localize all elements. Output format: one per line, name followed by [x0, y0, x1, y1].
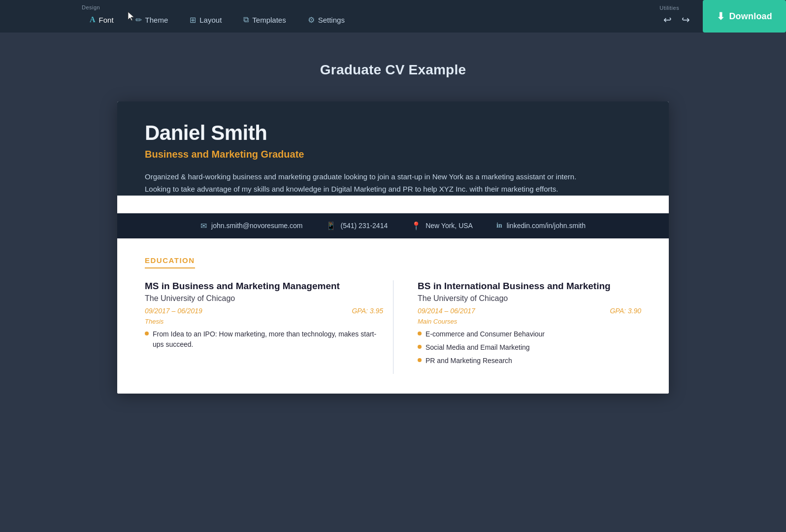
download-icon: ⬇ [717, 10, 725, 22]
cv-header: Daniel Smith Business and Marketing Grad… [117, 101, 669, 196]
util-buttons: ↩ ↪ [659, 12, 694, 28]
utilities-label: Utilities [659, 5, 694, 11]
nav-item-layout-label: Layout [199, 16, 222, 24]
cv-location-text: New York, USA [426, 222, 473, 230]
cv-contact-linkedin: in linkedin.com/in/john.smith [496, 222, 586, 230]
cv-linkedin-text: linkedin.com/in/john.smith [507, 222, 586, 230]
edu-bullet-0-0: From Idea to an IPO: How marketing, more… [145, 329, 383, 350]
edu-bullet-text-1-2: PR and Marketing Research [426, 356, 512, 366]
design-group: Design A Font ✏ Theme ⊞ Layout ⧉ Templat… [79, 4, 356, 29]
edu-school-0: The University of Chicago [145, 294, 383, 303]
cv-phone-text: (541) 231-2414 [340, 222, 388, 230]
design-label: Design [82, 4, 356, 10]
main-area: Graduate CV Example Daniel Smith Busines… [0, 33, 786, 413]
nav-item-templates-label: Templates [252, 16, 286, 24]
cv-job-title: Business and Marketing Graduate [145, 149, 641, 160]
edu-bullet-text-1-0: E-commerce and Consumer Behaviour [426, 329, 545, 339]
edu-degree-1: BS in International Business and Marketi… [418, 280, 641, 292]
settings-icon: ⚙ [308, 15, 315, 25]
undo-button[interactable]: ↩ [659, 12, 676, 28]
edu-bullet-1-2: PR and Marketing Research [418, 356, 641, 366]
cv-body: EDUCATION MS in Business and Marketing M… [117, 238, 669, 394]
page-title: Graduate CV Example [320, 62, 466, 78]
location-icon: 📍 [411, 221, 421, 231]
download-label: Download [729, 11, 772, 22]
edu-gpa-1: GPA: 3.90 [610, 307, 641, 315]
download-button[interactable]: ⬇ Download [703, 0, 786, 33]
nav-items: A Font ✏ Theme ⊞ Layout ⧉ Templates ⚙ Se… [79, 11, 356, 29]
edu-bullet-text-0-0: From Idea to an IPO: How marketing, more… [153, 329, 383, 350]
topbar: Design A Font ✏ Theme ⊞ Layout ⧉ Templat… [0, 0, 786, 33]
cv-summary: Organized & hard-working business and ma… [145, 171, 598, 196]
cv-email-text: john.smith@novoresume.com [211, 222, 302, 230]
utilities-group: Utilities ↩ ↪ [659, 5, 694, 28]
cv-contact-location: 📍 New York, USA [411, 221, 473, 231]
education-section-title: EDUCATION [145, 256, 195, 268]
cv-contact-bar: ✉ john.smith@novoresume.com 📱 (541) 231-… [117, 213, 669, 238]
nav-item-layout[interactable]: ⊞ Layout [179, 11, 232, 29]
edu-dates-text-0: 09/2017 – 06/2019 [145, 307, 202, 315]
edu-sub-label-0: Thesis [145, 318, 383, 325]
edu-bullet-1-0: E-commerce and Consumer Behaviour [418, 329, 641, 339]
edu-dates-text-1: 09/2014 – 06/2017 [418, 307, 475, 315]
bullet-dot [418, 345, 422, 349]
edu-dates-0: 09/2017 – 06/2019 GPA: 3.95 [145, 307, 383, 315]
cv-name: Daniel Smith [145, 121, 641, 145]
vertical-divider [393, 280, 393, 374]
cv-contact-phone: 📱 (541) 231-2414 [326, 221, 388, 231]
email-icon: ✉ [200, 221, 207, 231]
education-item-1: BS in International Business and Marketi… [403, 280, 641, 374]
edu-dates-1: 09/2014 – 06/2017 GPA: 3.90 [418, 307, 641, 315]
redo-button[interactable]: ↪ [678, 12, 694, 28]
bullet-dot [418, 332, 422, 335]
nav-item-theme[interactable]: ✏ Theme [125, 11, 179, 29]
font-icon: A [90, 15, 96, 24]
edu-bullet-text-1-1: Social Media and Email Marketing [426, 342, 530, 353]
nav-item-theme-label: Theme [145, 16, 168, 24]
cv-card: Daniel Smith Business and Marketing Grad… [117, 101, 669, 394]
theme-icon: ✏ [135, 15, 142, 25]
nav-item-font-label: Font [99, 16, 114, 24]
nav-item-font[interactable]: A Font [79, 11, 125, 28]
layout-icon: ⊞ [190, 15, 196, 25]
nav-item-settings-label: Settings [318, 16, 345, 24]
education-item-0: MS in Business and Marketing Management … [145, 280, 383, 374]
edu-school-1: The University of Chicago [418, 294, 641, 303]
bullet-dot [418, 358, 422, 362]
linkedin-icon: in [496, 222, 502, 230]
edu-bullet-1-1: Social Media and Email Marketing [418, 342, 641, 353]
nav-item-templates[interactable]: ⧉ Templates [232, 11, 296, 28]
templates-icon: ⧉ [243, 15, 249, 24]
bullet-dot [145, 332, 149, 335]
nav-item-settings[interactable]: ⚙ Settings [297, 11, 356, 29]
edu-gpa-0: GPA: 3.95 [352, 307, 383, 315]
edu-sub-label-1: Main Courses [418, 318, 641, 325]
phone-icon: 📱 [326, 221, 336, 231]
education-grid-wrapper: MS in Business and Marketing Management … [145, 280, 641, 374]
edu-degree-0: MS in Business and Marketing Management [145, 280, 383, 292]
cv-contact-email: ✉ john.smith@novoresume.com [200, 221, 302, 231]
